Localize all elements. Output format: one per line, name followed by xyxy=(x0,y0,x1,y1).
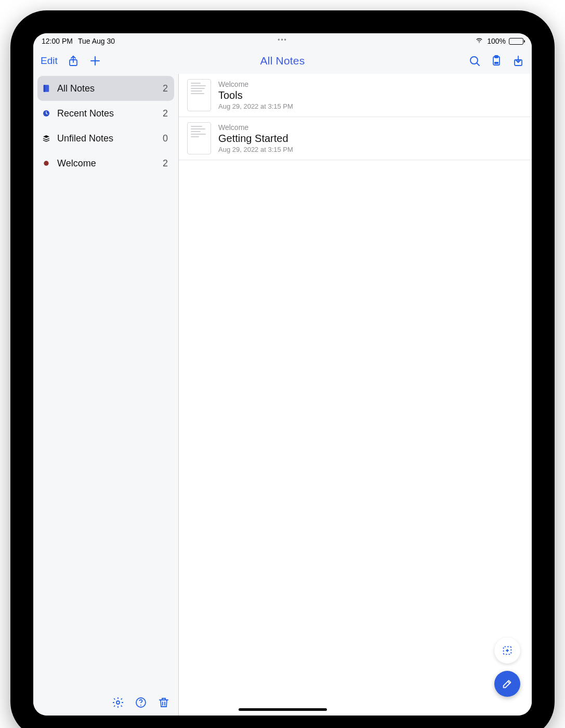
wifi-icon xyxy=(475,37,484,46)
svg-point-11 xyxy=(116,701,120,704)
settings-button[interactable] xyxy=(112,696,124,709)
note-date: Aug 29, 2022 at 3:15 PM xyxy=(218,102,293,110)
fab-stack xyxy=(494,638,520,697)
note-row[interactable]: Welcome Getting Started Aug 29, 2022 at … xyxy=(179,117,532,160)
sidebar-item-count: 0 xyxy=(163,133,168,144)
add-button[interactable] xyxy=(89,55,101,67)
share-button[interactable] xyxy=(67,55,80,67)
note-thumbnail xyxy=(187,122,211,154)
svg-rect-8 xyxy=(44,85,45,92)
sidebar-list: All Notes 2 Recent Notes 2 xyxy=(33,74,178,690)
compose-fab[interactable] xyxy=(494,671,520,697)
sidebar: All Notes 2 Recent Notes 2 xyxy=(33,74,179,716)
help-button[interactable] xyxy=(135,696,147,709)
sidebar-item-count: 2 xyxy=(163,108,168,119)
note-title: Tools xyxy=(218,89,293,101)
trash-button[interactable] xyxy=(157,696,170,709)
home-indicator[interactable] xyxy=(239,708,327,711)
multitask-dots-icon[interactable]: ••• xyxy=(278,36,287,44)
sidebar-item-unfiled[interactable]: Unfiled Notes 0 xyxy=(37,126,174,151)
import-button[interactable] xyxy=(512,55,524,67)
battery-percent: 100% xyxy=(487,37,506,45)
page-title: All Notes xyxy=(260,55,305,67)
sidebar-item-recent-notes[interactable]: Recent Notes 2 xyxy=(37,101,174,126)
new-from-clipboard-button[interactable] xyxy=(490,55,503,67)
clock-icon xyxy=(42,109,51,118)
content: All Notes 2 Recent Notes 2 xyxy=(33,74,532,716)
folder-dot-icon xyxy=(42,159,51,168)
sidebar-toolbar xyxy=(33,690,178,716)
sidebar-item-welcome[interactable]: Welcome 2 xyxy=(37,151,174,176)
stack-icon xyxy=(42,134,51,143)
note-category: Welcome xyxy=(218,80,293,88)
notes-list: Welcome Tools Aug 29, 2022 at 3:15 PM We… xyxy=(179,74,532,716)
sidebar-item-count: 2 xyxy=(163,83,168,94)
screen: 12:00 PM Tue Aug 30 ••• 100% Edit xyxy=(33,33,532,716)
status-bar: 12:00 PM Tue Aug 30 ••• 100% xyxy=(33,33,532,48)
note-row[interactable]: Welcome Tools Aug 29, 2022 at 3:15 PM xyxy=(179,74,532,117)
sidebar-item-label: All Notes xyxy=(57,83,163,94)
search-button[interactable] xyxy=(468,55,481,67)
status-date: Tue Aug 30 xyxy=(78,37,115,45)
notebook-icon xyxy=(42,84,51,93)
sidebar-item-label: Welcome xyxy=(57,158,163,169)
sidebar-item-count: 2 xyxy=(163,158,168,169)
status-time: 12:00 PM xyxy=(42,37,73,45)
navbar: Edit All Notes xyxy=(33,48,532,74)
svg-point-0 xyxy=(479,42,480,43)
new-selection-fab[interactable] xyxy=(494,638,520,664)
svg-point-13 xyxy=(140,705,141,706)
sidebar-item-label: Unfiled Notes xyxy=(57,133,163,144)
edit-button[interactable]: Edit xyxy=(41,55,58,67)
svg-rect-5 xyxy=(494,62,498,64)
sidebar-item-label: Recent Notes xyxy=(57,108,163,119)
note-category: Welcome xyxy=(218,123,293,132)
sidebar-item-all-notes[interactable]: All Notes 2 xyxy=(37,76,174,101)
ipad-frame: 12:00 PM Tue Aug 30 ••• 100% Edit xyxy=(10,10,555,728)
svg-point-10 xyxy=(44,161,48,165)
note-thumbnail xyxy=(187,79,211,111)
note-title: Getting Started xyxy=(218,133,293,145)
battery-icon xyxy=(509,38,523,45)
note-date: Aug 29, 2022 at 3:15 PM xyxy=(218,146,293,153)
